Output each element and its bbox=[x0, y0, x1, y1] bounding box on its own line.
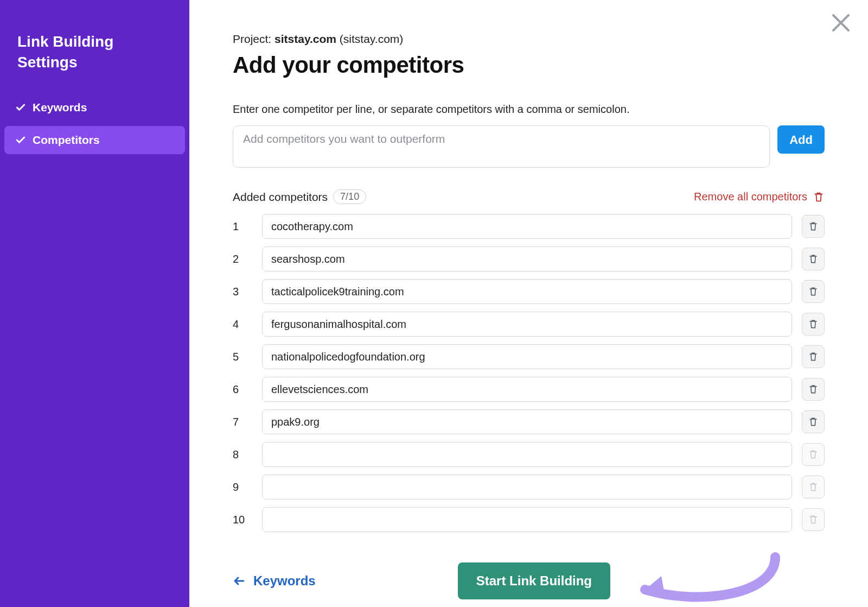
delete-competitor-button[interactable] bbox=[802, 345, 825, 368]
annotation-arrow-icon bbox=[623, 546, 786, 607]
check-icon bbox=[15, 102, 26, 113]
delete-competitor-button[interactable] bbox=[802, 280, 825, 303]
row-number: 9 bbox=[233, 481, 252, 494]
row-number: 3 bbox=[233, 286, 252, 298]
competitor-row: 2 bbox=[233, 246, 825, 271]
start-link-building-button[interactable]: Start Link Building bbox=[458, 562, 610, 599]
project-suffix: (sitstay.com) bbox=[336, 33, 403, 45]
trash-icon bbox=[808, 482, 819, 492]
close-button[interactable] bbox=[830, 12, 852, 34]
competitor-input[interactable] bbox=[262, 377, 792, 402]
close-icon bbox=[830, 12, 852, 34]
arrow-left-icon bbox=[233, 574, 246, 587]
row-number: 1 bbox=[233, 220, 252, 233]
project-prefix: Project: bbox=[233, 33, 275, 45]
delete-competitor-button bbox=[802, 443, 825, 466]
sidebar-title: Link Building Settings bbox=[0, 31, 189, 93]
competitor-input[interactable] bbox=[262, 246, 792, 271]
row-number: 2 bbox=[233, 253, 252, 265]
trash-icon bbox=[808, 514, 819, 525]
competitor-row: 6 bbox=[233, 377, 825, 402]
added-label: Added competitors bbox=[233, 191, 328, 204]
competitor-row: 3 bbox=[233, 279, 825, 304]
trash-icon bbox=[808, 221, 819, 232]
add-button[interactable]: Add bbox=[777, 125, 825, 154]
competitor-row: 4 bbox=[233, 312, 825, 337]
competitor-input-row: Add bbox=[233, 125, 825, 168]
competitor-input[interactable] bbox=[262, 442, 792, 467]
footer: Keywords Start Link Building bbox=[233, 562, 825, 599]
competitor-input[interactable] bbox=[262, 507, 792, 532]
sidebar-item-label: Keywords bbox=[33, 101, 87, 114]
delete-competitor-button[interactable] bbox=[802, 248, 825, 270]
row-number: 7 bbox=[233, 416, 252, 428]
row-number: 5 bbox=[233, 351, 252, 363]
competitor-row: 9 bbox=[233, 475, 825, 499]
competitor-row: 8 bbox=[233, 442, 825, 467]
delete-competitor-button[interactable] bbox=[802, 215, 825, 238]
trash-icon bbox=[813, 191, 825, 203]
sidebar: Link Building Settings KeywordsCompetito… bbox=[0, 0, 189, 607]
trash-icon bbox=[808, 351, 819, 362]
page-title: Add your competitors bbox=[233, 52, 825, 78]
trash-icon bbox=[808, 384, 819, 395]
competitor-input[interactable] bbox=[262, 344, 792, 369]
trash-icon bbox=[808, 286, 819, 297]
sidebar-item-label: Competitors bbox=[33, 134, 100, 147]
row-number: 6 bbox=[233, 383, 252, 396]
competitor-input[interactable] bbox=[262, 279, 792, 304]
row-number: 10 bbox=[233, 514, 252, 526]
row-number: 4 bbox=[233, 318, 252, 331]
back-to-keywords-link[interactable]: Keywords bbox=[233, 573, 316, 589]
competitor-input[interactable] bbox=[262, 312, 792, 337]
trash-icon bbox=[808, 416, 819, 427]
row-number: 8 bbox=[233, 448, 252, 461]
competitor-row: 10 bbox=[233, 507, 825, 532]
sidebar-item-competitors[interactable]: Competitors bbox=[4, 126, 185, 154]
competitor-input[interactable] bbox=[262, 475, 792, 499]
added-competitors-header: Added competitors 7/10 Remove all compet… bbox=[233, 189, 825, 204]
project-name: sitstay.com bbox=[275, 33, 336, 45]
trash-icon bbox=[808, 254, 819, 264]
delete-competitor-button[interactable] bbox=[802, 378, 825, 401]
competitor-row: 1 bbox=[233, 214, 825, 239]
delete-competitor-button[interactable] bbox=[802, 410, 825, 433]
delete-competitor-button bbox=[802, 508, 825, 531]
main-content: Project: sitstay.com (sitstay.com) Add y… bbox=[189, 0, 868, 607]
competitor-row: 5 bbox=[233, 344, 825, 369]
competitor-rows: 12345678910 bbox=[233, 214, 825, 532]
competitor-count-badge: 7/10 bbox=[333, 189, 366, 204]
check-icon bbox=[15, 135, 26, 146]
remove-all-label: Remove all competitors bbox=[694, 191, 807, 203]
instructions-text: Enter one competitor per line, or separa… bbox=[233, 103, 825, 116]
sidebar-item-keywords[interactable]: Keywords bbox=[4, 93, 185, 122]
competitor-input[interactable] bbox=[262, 409, 792, 434]
competitor-input[interactable] bbox=[262, 214, 792, 239]
delete-competitor-button bbox=[802, 476, 825, 498]
competitor-row: 7 bbox=[233, 409, 825, 434]
trash-icon bbox=[808, 319, 819, 330]
trash-icon bbox=[808, 449, 819, 460]
back-label: Keywords bbox=[253, 573, 316, 589]
project-line: Project: sitstay.com (sitstay.com) bbox=[233, 33, 825, 46]
competitor-textarea[interactable] bbox=[233, 125, 770, 168]
remove-all-button[interactable]: Remove all competitors bbox=[694, 191, 825, 203]
delete-competitor-button[interactable] bbox=[802, 313, 825, 336]
